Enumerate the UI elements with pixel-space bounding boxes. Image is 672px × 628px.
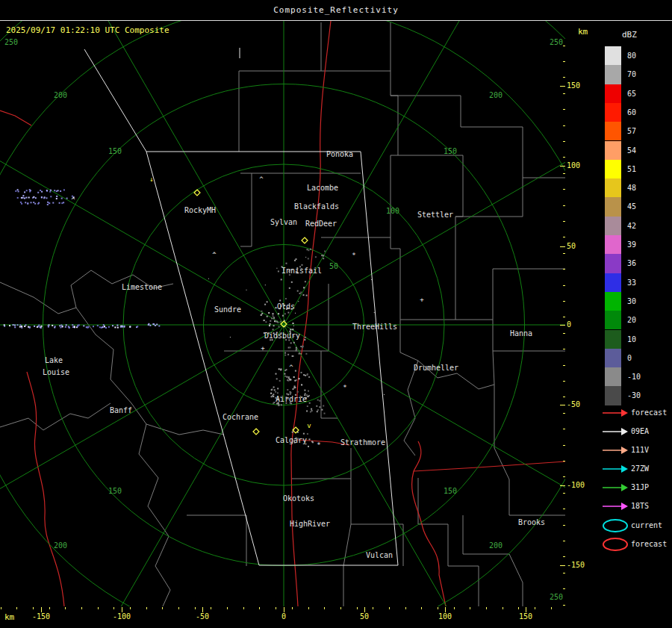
cell-marker-icon: ^ bbox=[71, 197, 75, 204]
x-axis-minor-tick bbox=[162, 607, 163, 609]
dbz-scale-value: 60 bbox=[627, 108, 636, 116]
ring-distance-label: 200 bbox=[489, 542, 503, 550]
ring-distance-label: 150 bbox=[444, 148, 457, 155]
x-axis-label: -100 bbox=[113, 612, 131, 621]
y-axis-minor-tick bbox=[563, 556, 565, 557]
city-label: Lake bbox=[45, 356, 63, 364]
city-label: Banff bbox=[110, 406, 132, 414]
x-axis-minor-tick bbox=[98, 607, 99, 609]
city-label: Strathmore bbox=[340, 438, 385, 447]
legend-arrow-icon bbox=[602, 424, 629, 442]
ring-distance-label: 250 bbox=[550, 594, 563, 601]
y-axis-tick bbox=[560, 405, 565, 405]
x-axis-minor-tick bbox=[438, 607, 438, 609]
dbz-scale-value: 65 bbox=[627, 90, 636, 98]
cell-marker-icon: + bbox=[261, 345, 264, 352]
y-axis-minor-tick bbox=[563, 525, 565, 526]
azimuth-line bbox=[284, 325, 565, 536]
x-axis-minor-tick bbox=[65, 607, 66, 609]
city-label: Olds bbox=[277, 302, 295, 311]
y-axis-minor-tick bbox=[563, 397, 565, 397]
y-axis-minor-tick bbox=[563, 541, 565, 541]
city-label: Hanna bbox=[510, 329, 532, 338]
dbz-scale-value: 57 bbox=[627, 127, 636, 135]
y-axis-tick bbox=[560, 166, 565, 167]
legend-arrow-icon bbox=[602, 480, 629, 498]
x-axis-label: -150 bbox=[32, 612, 50, 621]
y-axis-minor-tick bbox=[563, 429, 565, 429]
x-axis-minor-tick bbox=[276, 607, 276, 609]
x-axis-label: 100 bbox=[438, 612, 452, 621]
ring-distance-label: 250 bbox=[550, 39, 563, 46]
dbz-scale-swatch bbox=[605, 65, 621, 84]
cell-marker-icon: ^ bbox=[212, 252, 216, 258]
y-axis-label: 100 bbox=[567, 161, 580, 170]
legend-symbol-label: forecast bbox=[631, 408, 667, 417]
x-axis-minor-tick bbox=[340, 607, 341, 609]
azimuth-line bbox=[0, 325, 284, 536]
y-axis-minor-tick bbox=[563, 253, 565, 254]
dbz-scale-value: -10 bbox=[627, 373, 641, 381]
dbz-scale-value: 51 bbox=[627, 165, 636, 173]
ring-distance-label: 50 bbox=[329, 263, 338, 270]
y-axis-minor-tick bbox=[563, 173, 565, 174]
y-axis-minor-tick bbox=[563, 189, 565, 190]
y-axis-tick bbox=[560, 246, 565, 247]
ring-distance-label: 250 bbox=[4, 39, 18, 46]
legend-arrow-icon bbox=[602, 405, 629, 423]
y-axis-minor-tick bbox=[563, 77, 565, 78]
range-ring bbox=[0, 21, 565, 606]
dbz-scale-value: 70 bbox=[627, 70, 636, 78]
dbz-scale-swatch bbox=[605, 349, 621, 367]
x-axis-tick bbox=[445, 607, 446, 612]
y-axis-minor-tick bbox=[563, 221, 565, 222]
legend-symbol-label: current bbox=[631, 521, 662, 529]
city-label: Cochrane bbox=[223, 413, 258, 421]
x-axis-minor-tick bbox=[130, 607, 131, 609]
x-axis-label: 0 bbox=[281, 612, 286, 621]
ring-distance-label: 200 bbox=[489, 92, 503, 99]
x-axis-minor-tick bbox=[49, 607, 50, 609]
dbz-scale-swatch bbox=[605, 141, 621, 160]
x-axis-minor-tick bbox=[324, 607, 325, 609]
x-axis-minor-tick bbox=[146, 607, 147, 609]
x-axis-minor-tick bbox=[373, 607, 373, 609]
radar-app-window: Composite_Reflectivity 2025/09/17 01:22:… bbox=[0, 0, 672, 628]
cell-marker-icon: v bbox=[307, 423, 311, 429]
x-axis-label: 50 bbox=[360, 612, 369, 621]
y-axis-minor-tick bbox=[563, 269, 565, 270]
city-label: ThreeHills bbox=[352, 323, 397, 331]
ring-distance-label: 200 bbox=[54, 92, 67, 99]
cell-marker-icon: * bbox=[352, 252, 355, 259]
radar-map[interactable] bbox=[0, 21, 565, 606]
window-title: Composite_Reflectivity bbox=[273, 5, 399, 15]
legend-symbol-label: 31JP bbox=[631, 483, 649, 491]
y-axis-tick bbox=[560, 325, 565, 326]
x-axis-minor-tick bbox=[195, 607, 196, 609]
dbz-scale-value: 0 bbox=[627, 354, 632, 362]
x-axis-minor-tick bbox=[405, 607, 406, 609]
dbz-scale-swatch bbox=[605, 292, 621, 311]
dbz-scale-swatch bbox=[605, 367, 621, 386]
dbz-scale-value: 20 bbox=[627, 316, 636, 324]
y-axis-label: 0 bbox=[567, 320, 571, 329]
x-axis-minor-tick bbox=[259, 607, 260, 609]
x-axis-minor-tick bbox=[454, 607, 455, 609]
legend-arrow-icon bbox=[602, 461, 629, 479]
y-axis-tick bbox=[560, 485, 565, 486]
cell-marker-icon: * bbox=[343, 385, 346, 391]
legend-symbol-label: 18TS bbox=[631, 502, 649, 510]
ring-distance-label: 150 bbox=[108, 488, 122, 495]
x-axis-label: 150 bbox=[519, 612, 532, 621]
timestamp-label: 2025/09/17 01:22:10 UTC Composite bbox=[6, 25, 169, 35]
city-label: Stettler bbox=[417, 211, 453, 219]
city-label: Drumheller bbox=[414, 364, 458, 372]
cell-marker-icon: + bbox=[420, 296, 423, 303]
x-axis-minor-tick bbox=[503, 607, 503, 609]
y-axis-minor-tick bbox=[563, 445, 565, 446]
cell-marker-icon: ^ bbox=[289, 364, 293, 371]
dbz-scale-swatch bbox=[605, 311, 621, 329]
dbz-scale-swatch bbox=[605, 178, 621, 197]
legend-ellipse-icon bbox=[602, 518, 629, 536]
dbz-scale-swatch bbox=[605, 197, 621, 216]
